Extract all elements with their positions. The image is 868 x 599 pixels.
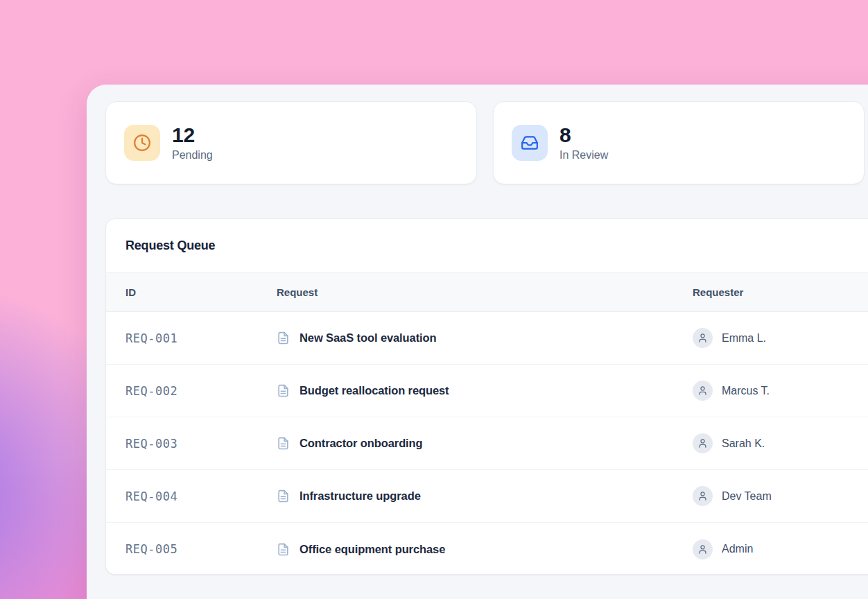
- stat-card-in-review: 8 In Review: [493, 101, 865, 184]
- app-panel: 12 Pending 8 In Review Request Queue: [87, 85, 868, 599]
- column-header-requester: Requester: [693, 286, 868, 298]
- request-cell: Infrastructure upgrade: [277, 489, 693, 503]
- request-id: REQ-001: [106, 331, 277, 345]
- request-id: REQ-002: [106, 384, 277, 398]
- page-background: { "colors": { "background_pink": "#fbb1d…: [0, 0, 868, 599]
- requester-name: Marcus T.: [722, 385, 770, 397]
- table-row[interactable]: REQ-001 New SaaS tool evaluation Emma L.: [106, 312, 868, 365]
- avatar: [693, 539, 713, 559]
- requester-cell: Marcus T.: [693, 381, 868, 401]
- file-text-icon: [277, 331, 290, 345]
- stat-text: 12 Pending: [172, 124, 213, 162]
- in-review-label: In Review: [559, 149, 608, 162]
- request-queue-card: Request Queue ID Request Requester REQ-0…: [105, 218, 868, 575]
- request-id: REQ-005: [106, 542, 277, 556]
- request-title: Office equipment purchase: [300, 543, 445, 556]
- review-icon-tile: [512, 125, 548, 161]
- file-text-icon: [277, 437, 290, 450]
- request-title: Contractor onboarding: [300, 437, 423, 450]
- request-cell: Office equipment purchase: [277, 543, 693, 556]
- requester-name: Dev Team: [722, 490, 772, 503]
- pending-label: Pending: [172, 149, 213, 162]
- pending-icon-tile: [124, 125, 160, 161]
- stat-text: 8 In Review: [559, 124, 608, 162]
- table-row[interactable]: REQ-002 Budget reallocation request Marc…: [106, 365, 868, 417]
- requester-cell: Dev Team: [693, 486, 868, 506]
- requester-cell: Emma L.: [693, 328, 868, 348]
- avatar: [693, 433, 713, 453]
- table-row[interactable]: REQ-004 Infrastructure upgrade Dev Team: [106, 470, 868, 523]
- requester-cell: Admin: [693, 539, 868, 559]
- stat-card-pending: 12 Pending: [105, 101, 477, 184]
- clock-icon: [133, 134, 151, 152]
- file-text-icon: [277, 489, 290, 503]
- request-id: REQ-003: [106, 437, 277, 451]
- request-title: New SaaS tool evaluation: [300, 331, 437, 345]
- avatar: [693, 381, 713, 401]
- requester-name: Sarah K.: [722, 437, 765, 450]
- table-title: Request Queue: [125, 238, 215, 253]
- request-cell: New SaaS tool evaluation: [277, 331, 693, 345]
- request-cell: Contractor onboarding: [277, 437, 693, 450]
- pending-count: 12: [172, 124, 213, 146]
- in-review-count: 8: [559, 124, 608, 146]
- request-title: Infrastructure upgrade: [300, 489, 421, 503]
- table-row[interactable]: REQ-005 Office equipment purchase Admin: [106, 523, 868, 575]
- requester-name: Admin: [722, 543, 753, 555]
- file-text-icon: [277, 543, 290, 556]
- column-header-id: ID: [106, 286, 277, 298]
- requester-name: Emma L.: [722, 332, 766, 345]
- table-header-row: ID Request Requester: [106, 273, 868, 312]
- table-body: REQ-001 New SaaS tool evaluation Emma L.: [106, 312, 868, 575]
- table-title-row: Request Queue: [106, 219, 868, 273]
- request-title: Budget reallocation request: [300, 384, 449, 397]
- requester-cell: Sarah K.: [693, 433, 868, 453]
- table-row[interactable]: REQ-003 Contractor onboarding Sarah K.: [106, 417, 868, 470]
- stats-row: 12 Pending 8 In Review: [105, 101, 865, 184]
- request-cell: Budget reallocation request: [277, 384, 693, 397]
- inbox-icon: [521, 134, 539, 152]
- avatar: [693, 486, 713, 506]
- avatar: [693, 328, 713, 348]
- request-id: REQ-004: [106, 489, 277, 503]
- file-text-icon: [277, 384, 290, 397]
- column-header-request: Request: [277, 286, 693, 298]
